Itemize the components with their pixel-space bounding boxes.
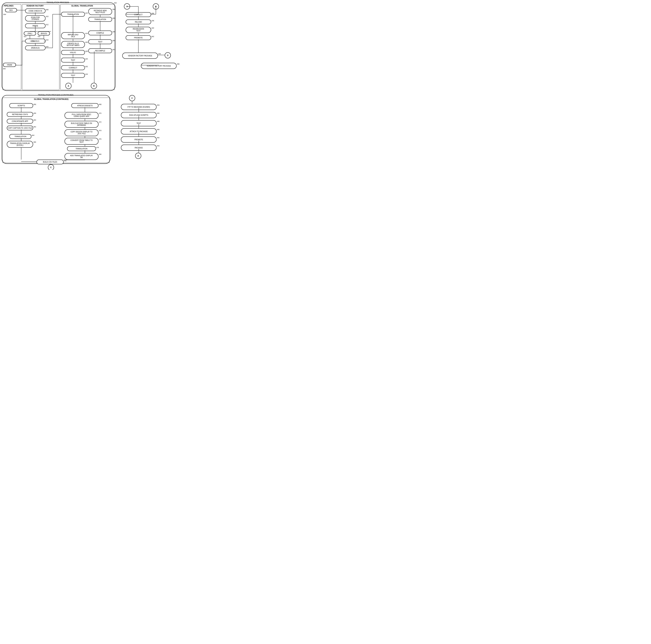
title-translation-continued: TRANSLATION PROCESS (CONTINUED) — [2, 94, 110, 96]
ref-414: 414 — [24, 36, 26, 37]
ref-484: 484 — [157, 104, 159, 106]
ref-438: 438 — [151, 20, 154, 22]
hnam-box: HNAM — [3, 63, 16, 67]
copy-caption-box: COPY CAPTION TO .DOC FILE — [7, 126, 33, 130]
ref-474: 474 — [99, 130, 101, 131]
create-dlls-box: CREATE DLLSWITH BIT MAPS — [61, 41, 85, 48]
visloc-box: VISLOC — [61, 50, 85, 55]
build-access-box: BUILD ACCESS TABLE ONDATABASE — [64, 121, 98, 128]
scan-strings-box: SCAN FORSTRINGS — [25, 15, 45, 21]
circle-a-top-right: A — [124, 3, 130, 9]
ref-458: 458 — [33, 112, 36, 114]
ref-466: 466 — [33, 141, 36, 143]
run-upload-box: RUN UPLOAD SCRIPTS — [121, 112, 157, 118]
ref-442: 442 — [151, 36, 154, 37]
title-translation-process: TRANSLATION PROCESS — [2, 1, 114, 3]
ref-416: 416 — [38, 36, 40, 37]
fail-box: (FAIL) — [24, 31, 36, 35]
ref-488: 488 — [157, 121, 159, 122]
atres-codesets-box: ATRES/CODESETS — [71, 103, 98, 108]
vendor-pkg1-box: VENDOR FACTORY PACKAGE — [122, 53, 158, 59]
circle-b-top-right: B — [153, 3, 159, 9]
ref-440: 440 — [151, 27, 154, 29]
ref-426: 426 — [85, 41, 88, 43]
ref-436: 436 — [151, 12, 154, 14]
test2-box: TEST — [61, 73, 85, 78]
ref-420: 420 — [46, 46, 49, 47]
circle-a-bottom: A — [65, 83, 71, 89]
concatenate-app-box: CONCATENATE APP — [7, 119, 33, 124]
ref-486: 486 — [157, 112, 159, 114]
ref-432: 432 — [85, 66, 88, 67]
ref-464: 464 — [32, 134, 34, 136]
vendor-pkg2-box: VENDOR FACTORY PACKAGE — [141, 63, 177, 69]
rebuild-box: (REBUILD) — [25, 45, 45, 50]
ref-450: 450 — [113, 40, 115, 41]
ref-hnam: 406 — [3, 68, 6, 70]
ref-424: 424 — [85, 33, 88, 34]
translation4-box: TRANSLATION — [67, 146, 96, 151]
ref-460: 460 — [33, 119, 36, 121]
correct-r-box: CORRECT — [126, 12, 151, 17]
ref-dev: 404 — [3, 13, 6, 15]
ref-462: 462 — [33, 126, 36, 128]
attach-pkg-box: ATTACH TO PACKAGE — [121, 128, 157, 134]
code-check-in-box: CODE CHECK IN — [25, 8, 45, 13]
dev-box: DEV — [5, 8, 17, 12]
ref-470: 470 — [99, 112, 101, 114]
recompile-box: RECOMPILE — [88, 49, 112, 53]
copy-descr-box: COPY DESCR/ DISPLAY TO.DOC FILE — [64, 129, 98, 136]
convert-table-box: CONVERT FROM TABLE TOTEXT — [64, 138, 98, 144]
circle-d-bottom-right: D — [135, 153, 141, 159]
reload-box: RELOAD — [126, 20, 151, 24]
ref-448: 448 — [113, 31, 115, 33]
ref-472: 472 — [99, 121, 101, 123]
translation-overlay-box: TRANSLATION OVERLAY(EXCEL) — [7, 141, 33, 148]
ref-494: 494 — [157, 145, 159, 147]
ref-492: 492 — [157, 137, 159, 138]
ref-408: 408 — [46, 9, 49, 10]
compile-box: COMPILE — [88, 31, 112, 35]
scripts-box: SCRIPTS — [9, 103, 33, 108]
correct1-box: CORRECT — [61, 65, 85, 70]
circle-d-top-right: D — [165, 52, 171, 58]
ref-446: 446 — [113, 17, 115, 19]
retrieving-csvs-box: RETRIEVING CSV'S — [7, 112, 33, 117]
global-translation-label: GLOBAL TRANSLATION — [71, 5, 93, 7]
test4-box: TEST — [121, 120, 157, 126]
ref-444: 444 — [113, 8, 115, 10]
ref-412: 412 — [46, 24, 49, 26]
pull-data-box: PULL DATA FROM SPECUSING QUERY APP — [64, 112, 98, 119]
test3-box: TEST — [88, 39, 112, 44]
ref-482: 482 — [64, 160, 67, 162]
retrieve-help-box: RETRIEVE NEWHELP FILES — [88, 8, 112, 15]
build-csv-box: BUILD CSV FILES — [36, 160, 64, 164]
vendor-factory-label: VENDOR FACTORY — [26, 5, 44, 7]
ref-428: 428 — [85, 51, 88, 52]
ref-478: 478 — [96, 147, 99, 148]
ref-456: 456 — [33, 103, 36, 105]
circle-b-bottom: B — [91, 83, 97, 89]
parse-box: PARSE — [25, 24, 45, 28]
translation1-box: TRANSLATION — [61, 12, 85, 17]
ref-422: 422 — [85, 12, 88, 14]
ref-476: 476 — [99, 138, 101, 140]
package-box: PACKAGE — [121, 144, 157, 151]
regression-test-box: REGRESSIONTEST — [126, 27, 151, 33]
circle-c-bottom: C — [48, 164, 54, 170]
promote2-box: PROMOTE — [121, 136, 157, 142]
translation3-box: TRANSLATION — [9, 134, 31, 139]
promote-box: PROMOTE — [126, 35, 151, 40]
ref-452: 452 — [113, 49, 115, 51]
ref-434: 434 — [85, 73, 88, 75]
global-translation-cont-label: GLOBAL TRANSLATION (CONTINUED) — [34, 98, 68, 100]
ref-480: 480 — [99, 154, 101, 155]
ref-496: 496 — [177, 63, 180, 65]
ref-490: 490 — [157, 129, 159, 130]
ref-454: 454 — [158, 53, 161, 55]
import-enu-dils-box: IMPORT ENUDILS — [61, 32, 85, 39]
ftp-backend-box: FTP TO BACKEND (KOZMO) — [121, 104, 157, 110]
ref-402: 402 — [114, 2, 117, 4]
ref-410: 410 — [46, 15, 49, 17]
add-translated-box: ADD TRANSLATED DISPLAYDB — [64, 153, 98, 160]
